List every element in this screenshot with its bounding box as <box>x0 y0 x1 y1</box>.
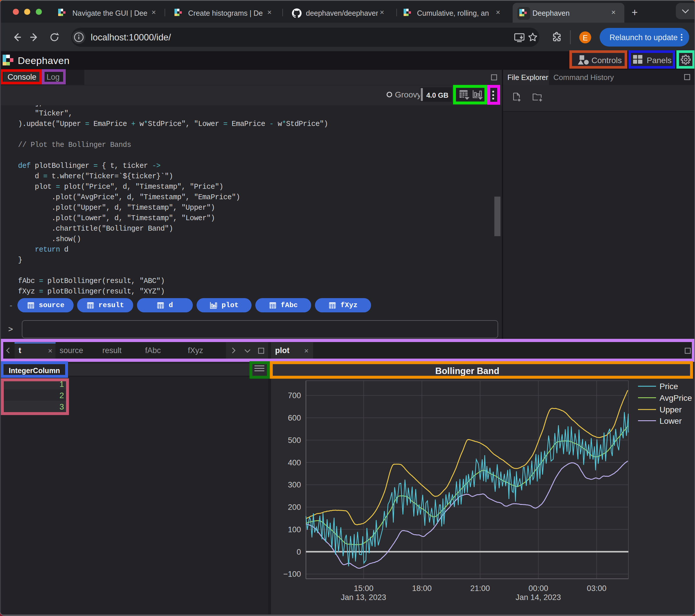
svg-text:Jan 14, 2023: Jan 14, 2023 <box>515 593 561 602</box>
svg-text:00:00: 00:00 <box>529 584 548 593</box>
svg-text:700: 700 <box>288 391 301 400</box>
svg-text:03:00: 03:00 <box>587 584 607 593</box>
svg-text:21:00: 21:00 <box>470 584 490 593</box>
svg-text:−100: −100 <box>283 570 301 579</box>
svg-text:Jan 13, 2023: Jan 13, 2023 <box>341 593 386 602</box>
svg-text:15:00: 15:00 <box>354 584 374 593</box>
svg-text:200: 200 <box>288 503 301 512</box>
svg-text:0: 0 <box>296 548 301 556</box>
svg-text:100: 100 <box>288 525 301 534</box>
svg-text:300: 300 <box>288 481 301 489</box>
svg-text:600: 600 <box>288 414 301 422</box>
svg-text:AvgPrice: AvgPrice <box>660 394 692 402</box>
svg-text:Price: Price <box>660 382 678 391</box>
svg-text:500: 500 <box>288 436 301 445</box>
svg-text:18:00: 18:00 <box>412 584 432 593</box>
svg-text:Lower: Lower <box>660 416 682 426</box>
svg-text:400: 400 <box>288 459 301 467</box>
svg-text:Upper: Upper <box>660 405 682 414</box>
